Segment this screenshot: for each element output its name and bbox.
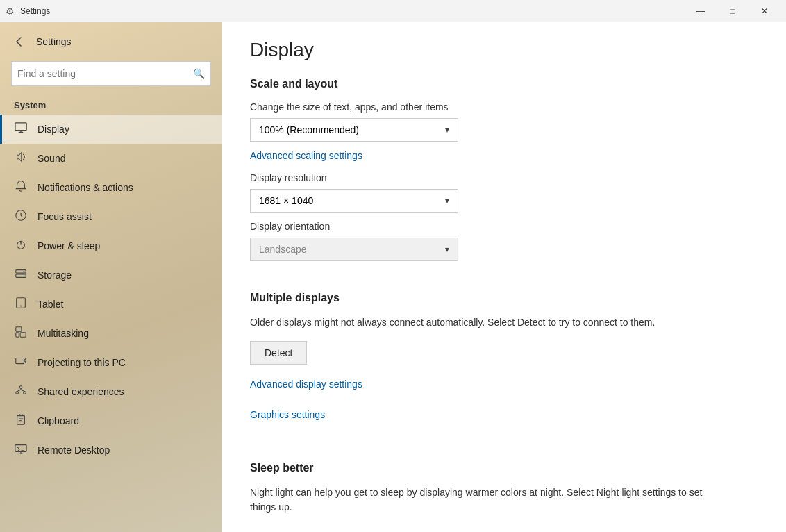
- sleep-better-section: Sleep better Night light can help you ge…: [250, 462, 753, 515]
- sidebar-item-focus[interactable]: Focus assist: [0, 202, 222, 231]
- svg-rect-10: [20, 333, 26, 337]
- svg-rect-0: [15, 123, 26, 131]
- svg-rect-12: [16, 358, 24, 364]
- sidebar-item-tablet[interactable]: Tablet: [0, 290, 222, 319]
- sidebar-item-shared[interactable]: Shared experiences: [0, 377, 222, 406]
- graphics-settings-link[interactable]: Graphics settings: [250, 409, 325, 420]
- sidebar-item-clipboard[interactable]: Clipboard: [0, 406, 222, 435]
- sidebar-item-projecting[interactable]: Projecting to this PC: [0, 348, 222, 377]
- scale-layout-section: Scale and layout Change the size of text…: [250, 78, 753, 261]
- scale-setting-label: Change the size of text, apps, and other…: [250, 101, 753, 113]
- orientation-dropdown-value: Landscape: [259, 244, 307, 255]
- tablet-icon: [14, 297, 28, 312]
- svg-point-5: [24, 271, 25, 272]
- window-controls: — □ ✕: [685, 0, 780, 22]
- sidebar-item-notifications-label: Notifications & actions: [37, 182, 133, 193]
- scale-dropdown-arrow: ▾: [445, 125, 449, 135]
- detect-button[interactable]: Detect: [250, 341, 307, 365]
- sidebar-item-shared-label: Shared experiences: [37, 386, 124, 397]
- sidebar-item-display[interactable]: Display: [0, 115, 222, 144]
- power-icon: [14, 238, 28, 253]
- focus-icon: [14, 209, 28, 224]
- advanced-display-link[interactable]: Advanced display settings: [250, 379, 362, 390]
- sidebar-item-multitasking[interactable]: Multitasking: [0, 319, 222, 348]
- resolution-dropdown-value: 1681 × 1040: [259, 195, 313, 206]
- multiple-displays-description: Older displays might not always connect …: [250, 315, 722, 330]
- sound-icon: [14, 151, 28, 166]
- sidebar-item-focus-label: Focus assist: [37, 211, 92, 222]
- svg-rect-17: [15, 445, 26, 452]
- svg-rect-16: [17, 416, 25, 425]
- sidebar-item-clipboard-label: Clipboard: [37, 415, 79, 426]
- sidebar-item-storage[interactable]: Storage: [0, 260, 222, 290]
- resolution-label: Display resolution: [250, 172, 753, 183]
- svg-point-8: [20, 306, 22, 307]
- sidebar-item-multitasking-label: Multitasking: [37, 328, 89, 339]
- sidebar-item-notifications[interactable]: Notifications & actions: [0, 173, 222, 202]
- scale-dropdown[interactable]: 100% (Recommended) ▾: [250, 118, 458, 142]
- shared-icon: [14, 384, 28, 399]
- main-content: Display Scale and layout Change the size…: [222, 22, 786, 532]
- resolution-dropdown-arrow: ▾: [445, 196, 449, 206]
- close-button[interactable]: ✕: [749, 0, 780, 22]
- projecting-icon: [14, 355, 28, 370]
- sidebar-item-sound[interactable]: Sound: [0, 144, 222, 173]
- app-title: Settings: [20, 6, 50, 16]
- sidebar-item-storage-label: Storage: [37, 269, 72, 281]
- search-box[interactable]: 🔍: [11, 61, 211, 86]
- remote-icon: [14, 442, 28, 458]
- sidebar-title: Settings: [36, 36, 72, 47]
- svg-point-6: [24, 275, 25, 276]
- advanced-scaling-link[interactable]: Advanced scaling settings: [250, 150, 362, 161]
- sleep-better-description: Night light can help you get to sleep by…: [250, 485, 722, 515]
- sidebar-item-power-label: Power & sleep: [37, 240, 100, 251]
- sidebar-item-remote[interactable]: Remote Desktop: [0, 435, 222, 465]
- notifications-icon: [14, 180, 28, 195]
- orientation-dropdown[interactable]: Landscape ▾: [250, 238, 458, 261]
- multiple-displays-title: Multiple displays: [250, 292, 753, 304]
- sidebar-item-tablet-label: Tablet: [37, 299, 63, 310]
- scale-dropdown-value: 100% (Recommended): [259, 124, 359, 135]
- sleep-better-title: Sleep better: [250, 462, 753, 474]
- multitasking-icon: [14, 326, 28, 341]
- multiple-displays-section: Multiple displays Older displays might n…: [250, 292, 753, 431]
- app-body: Settings 🔍 System Display Sound Notif: [0, 22, 786, 532]
- sidebar-item-projecting-label: Projecting to this PC: [37, 357, 126, 368]
- page-title: Display: [250, 39, 753, 61]
- svg-rect-9: [16, 327, 22, 331]
- resolution-dropdown[interactable]: 1681 × 1040 ▾: [250, 189, 458, 213]
- clipboard-icon: [14, 413, 28, 429]
- search-icon: 🔍: [193, 68, 205, 79]
- sidebar-item-power[interactable]: Power & sleep: [0, 231, 222, 260]
- search-input[interactable]: [17, 68, 193, 79]
- sidebar-item-remote-label: Remote Desktop: [37, 444, 110, 456]
- storage-icon: [14, 267, 28, 283]
- sidebar-header: Settings: [0, 22, 222, 56]
- back-button[interactable]: [11, 33, 28, 50]
- sidebar-item-display-label: Display: [37, 124, 69, 135]
- scale-layout-title: Scale and layout: [250, 78, 753, 90]
- sidebar-item-sound-label: Sound: [37, 153, 65, 164]
- svg-rect-11: [16, 333, 19, 337]
- display-icon: [14, 122, 28, 137]
- minimize-button[interactable]: —: [685, 0, 717, 22]
- orientation-label: Display orientation: [250, 221, 753, 232]
- sidebar: Settings 🔍 System Display Sound Notif: [0, 22, 222, 532]
- title-bar: ⚙ Settings — □ ✕: [0, 0, 786, 22]
- orientation-dropdown-arrow: ▾: [445, 244, 449, 254]
- maximize-button[interactable]: □: [717, 0, 749, 22]
- sidebar-section-label: System: [0, 94, 222, 115]
